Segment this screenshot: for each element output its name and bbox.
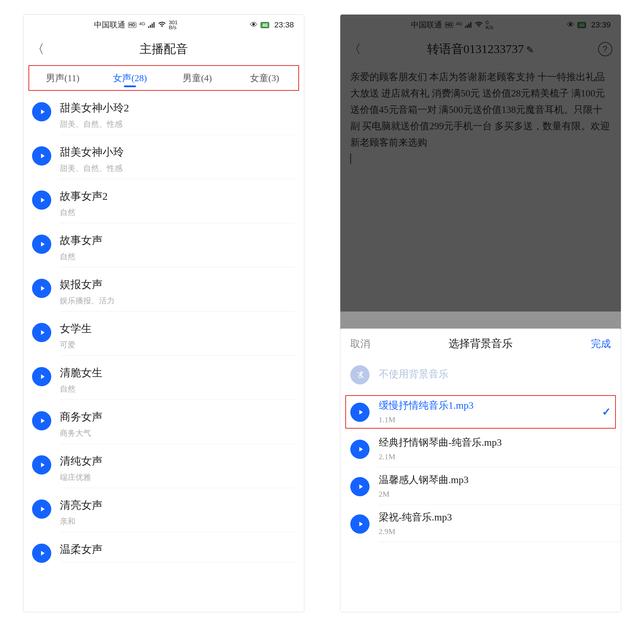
tab-male[interactable]: 男声(11) (29, 72, 96, 84)
no-bgm-label: 不使用背景音乐 (379, 367, 449, 381)
voice-row[interactable]: 故事女声自然 (23, 228, 304, 272)
bgm-name: 经典抒情钢琴曲-纯音乐.mp3 (379, 436, 611, 449)
data-rate: 301B/s (169, 20, 178, 30)
voice-name: 故事女声 (60, 233, 295, 248)
voice-tags: 自然 (60, 251, 295, 262)
voice-tags: 端庄优雅 (60, 472, 295, 483)
voice-name: 商务女声 (60, 410, 295, 424)
signal-icon (148, 22, 155, 28)
bgm-item[interactable]: 温馨感人钢琴曲.mp3 2M (340, 467, 621, 504)
voice-tags: 甜美、自然、性感 (60, 119, 295, 130)
play-icon[interactable] (32, 367, 51, 386)
page-title: 主播配音 (140, 41, 188, 57)
status-bar: 中国联通 HD 4G 301B/s 👁 46 23:38 (23, 15, 304, 35)
bgm-picker-sheet: 取消 选择背景音乐 完成 不使用背景音乐 缓慢抒情纯音乐1.mp3 1.1M ✓ (340, 329, 621, 612)
cancel-button[interactable]: 取消 (350, 337, 370, 351)
play-icon[interactable] (32, 544, 51, 563)
play-icon[interactable] (350, 514, 370, 534)
bgm-name: 梁祝-纯音乐.mp3 (379, 511, 611, 524)
network-4g: 4G (139, 21, 145, 26)
voice-name: 娱报女声 (60, 277, 295, 292)
clock: 23:38 (274, 20, 294, 30)
sheet-title: 选择背景音乐 (449, 336, 513, 351)
hd-badge: HD (128, 22, 136, 28)
voice-row[interactable]: 甜美女神小玲2甜美、自然、性感 (23, 96, 304, 140)
voice-tags: 甜美、自然、性感 (60, 163, 295, 174)
wifi-icon (158, 20, 166, 30)
play-icon[interactable] (32, 146, 51, 166)
voice-row[interactable]: 甜美女神小玲甜美、自然、性感 (23, 140, 304, 184)
play-icon[interactable] (32, 499, 51, 519)
voice-row[interactable]: 娱报女声娱乐播报、活力 (23, 272, 304, 316)
voice-tags: 自然 (60, 384, 295, 394)
bgm-name: 缓慢抒情纯音乐1.mp3 (379, 399, 602, 412)
voice-name: 甜美女神小玲2 (60, 101, 295, 115)
done-button[interactable]: 完成 (591, 337, 611, 351)
voice-row[interactable]: 清纯女声端庄优雅 (23, 449, 304, 493)
voice-row[interactable]: 女学生可爱 (23, 316, 304, 361)
voice-list: 甜美女神小玲2甜美、自然、性感甜美女神小玲甜美、自然、性感故事女声2自然故事女声… (23, 96, 304, 568)
voice-row[interactable]: 商务女声商务大气 (23, 405, 304, 449)
voice-tags: 亲和 (60, 516, 295, 527)
voice-tags: 娱乐播报、活力 (60, 295, 295, 306)
eye-icon: 👁 (250, 20, 258, 30)
bgm-size: 2.1M (379, 452, 611, 461)
voice-row[interactable]: 温柔女声 (23, 537, 304, 568)
play-icon[interactable] (32, 190, 51, 210)
play-icon[interactable] (32, 323, 51, 342)
voice-name: 女学生 (60, 321, 295, 336)
voice-row[interactable]: 清脆女生自然 (23, 361, 304, 405)
voice-category-tabs: 男声(11) 女声(28) 男童(4) 女童(3) (28, 65, 299, 91)
play-icon[interactable] (32, 455, 51, 475)
voice-name: 清脆女生 (60, 366, 295, 380)
bgm-item[interactable]: 经典抒情钢琴曲-纯音乐.mp3 2.1M (340, 430, 621, 467)
bgm-name: 温馨感人钢琴曲.mp3 (379, 473, 611, 487)
voice-tags: 自然 (60, 207, 295, 218)
bgm-size: 1.1M (379, 415, 602, 424)
tab-boy[interactable]: 男童(4) (164, 72, 231, 84)
voice-name: 清亮女声 (60, 498, 295, 513)
bgm-item[interactable]: 缓慢抒情纯音乐1.mp3 1.1M ✓ (350, 399, 611, 424)
voice-name: 清纯女声 (60, 454, 295, 468)
voice-row[interactable]: 清亮女声亲和 (23, 493, 304, 537)
phone-bgm-select: 中国联通 HD 4G 0K/s 👁 46 23:39 〈 转语音01312337… (340, 14, 621, 612)
play-icon[interactable] (350, 403, 370, 422)
voice-tags: 商务大气 (60, 428, 295, 439)
tab-girl[interactable]: 女童(3) (231, 72, 298, 84)
selected-bgm-highlight: 缓慢抒情纯音乐1.mp3 1.1M ✓ (345, 395, 616, 429)
voice-tags: 可爱 (60, 340, 295, 350)
voice-name: 温柔女声 (60, 542, 295, 557)
carrier-label: 中国联通 (94, 20, 125, 30)
option-no-bgm[interactable]: 不使用背景音乐 (340, 355, 621, 394)
voice-name: 甜美女神小玲 (60, 145, 295, 159)
back-button[interactable]: 〈 (32, 41, 44, 57)
bgm-size: 2.9M (379, 527, 611, 536)
page-header: 〈 主播配音 (23, 35, 304, 63)
phone-voice-select: 中国联通 HD 4G 301B/s 👁 46 23:38 〈 主播配音 男声(1… (23, 14, 304, 612)
play-icon[interactable] (350, 477, 370, 496)
modal-overlay-full[interactable] (340, 15, 621, 311)
voice-name: 故事女声2 (60, 189, 295, 204)
bgm-size: 2M (379, 489, 611, 499)
battery-badge: 46 (261, 22, 269, 28)
tab-female[interactable]: 女声(28) (96, 72, 164, 84)
play-icon[interactable] (32, 279, 51, 298)
play-icon[interactable] (32, 235, 51, 254)
play-icon[interactable] (350, 440, 370, 459)
no-music-icon (350, 365, 370, 384)
check-icon: ✓ (602, 405, 611, 418)
play-icon[interactable] (32, 411, 51, 430)
play-icon[interactable] (32, 102, 51, 121)
voice-row[interactable]: 故事女声2自然 (23, 184, 304, 228)
bgm-item[interactable]: 梁祝-纯音乐.mp3 2.9M (340, 505, 621, 542)
